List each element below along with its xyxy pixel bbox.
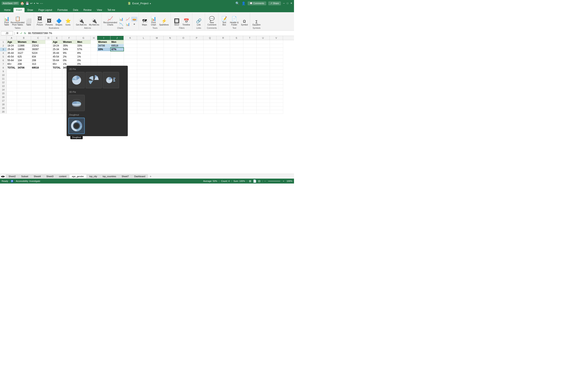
from-picture-btn[interactable]: 🖼 FromPicture — [36, 16, 44, 26]
cell-j1[interactable]: Men — [111, 40, 124, 44]
cell-c8[interactable]: 69518 — [31, 66, 45, 69]
home-icon[interactable]: 🏠 — [20, 1, 24, 5]
undo-dropdown-icon[interactable]: ▾ — [34, 2, 35, 4]
cell-t2[interactable] — [243, 44, 256, 48]
cell-f7[interactable]: 1% — [62, 62, 76, 66]
cell-l3[interactable] — [137, 48, 150, 51]
cell-l6[interactable] — [137, 58, 150, 62]
sheet-next-icon[interactable]: ▶ — [3, 175, 5, 178]
pie-bar-option[interactable] — [103, 72, 119, 88]
cell-p6[interactable] — [190, 58, 203, 62]
col-header-m[interactable]: M — [150, 36, 164, 40]
cell-m6[interactable] — [150, 58, 164, 62]
restore-icon[interactable]: □ — [287, 2, 288, 5]
sheet-tab-dashboard[interactable]: Dashboard — [132, 174, 148, 178]
cell-h7[interactable] — [91, 62, 97, 66]
pie-basic-option[interactable] — [68, 72, 85, 88]
cell-d6[interactable] — [45, 58, 52, 62]
col-header-s[interactable]: S — [230, 36, 243, 40]
col-header-e[interactable]: E — [52, 36, 62, 40]
cell-r5[interactable] — [217, 55, 230, 58]
cell-v8[interactable] — [270, 66, 283, 69]
cell-j5[interactable] — [111, 55, 124, 58]
cell-i6[interactable] — [97, 58, 111, 62]
dropdown-arrow[interactable]: ▾ — [150, 2, 151, 5]
cell-s1[interactable] — [230, 40, 243, 44]
cell-p5[interactable] — [190, 55, 203, 58]
cell-d4[interactable] — [45, 51, 52, 55]
sheet-tab-top-city[interactable]: top_city — [87, 174, 100, 178]
cell-a6[interactable]: 55-64 — [7, 58, 17, 62]
cell-c2[interactable]: 23242 — [31, 44, 45, 48]
cell-d3[interactable] — [45, 48, 52, 51]
tab-draw[interactable]: Draw — [25, 8, 35, 12]
undo-icon[interactable]: ↩ — [30, 2, 33, 5]
cell-p4[interactable] — [190, 51, 203, 55]
cell-u7[interactable] — [256, 62, 270, 66]
cell-i5[interactable] — [97, 55, 111, 58]
cell-c7[interactable]: 313 — [31, 62, 45, 66]
bar-chart-btn[interactable]: 📉 — [118, 22, 124, 26]
cell-j2[interactable]: 69518 — [111, 44, 124, 48]
page-view-icon[interactable]: 📄 — [253, 179, 256, 183]
cell-p3[interactable] — [190, 48, 203, 51]
cell-k3[interactable] — [124, 48, 137, 51]
cell-d1[interactable] — [45, 40, 52, 44]
cell-m7[interactable] — [150, 62, 164, 66]
cell-p1[interactable] — [190, 40, 203, 44]
cell-o7[interactable] — [177, 62, 190, 66]
cell-u6[interactable] — [256, 58, 270, 62]
cell-f5[interactable]: 2% — [62, 55, 76, 58]
col-header-j[interactable]: J — [111, 36, 124, 40]
timeline-btn[interactable]: 📅 Timeline — [182, 18, 191, 26]
cell-k1[interactable] — [124, 40, 137, 44]
zoom-in-icon[interactable]: + — [283, 180, 284, 182]
autosave-label[interactable]: AutoSave OFF — [2, 2, 19, 5]
cell-o1[interactable] — [177, 40, 190, 44]
cell-a5[interactable]: 45-54 — [7, 55, 17, 58]
zoom-level[interactable]: 100% — [287, 180, 292, 182]
cell-n7[interactable] — [164, 62, 177, 66]
cell-r3[interactable] — [217, 48, 230, 51]
cell-q1[interactable] — [203, 40, 217, 44]
cell-i4[interactable] — [97, 51, 111, 55]
cell-e3[interactable]: 25-34 — [52, 48, 62, 51]
get-addins-btn[interactable]: 🔌 Get Add-ins — [75, 18, 87, 26]
cell-b4[interactable]: 3127 — [17, 51, 31, 55]
sparklines-btn[interactable]: ⚡ Sparklines — [158, 18, 170, 26]
new-comment-btn[interactable]: 💬 NewComment — [207, 16, 217, 26]
cell-e4[interactable]: 35-44 — [52, 51, 62, 55]
cell-v4[interactable] — [270, 51, 283, 55]
search-icon[interactable]: 🔍 — [235, 1, 240, 5]
cell-f4[interactable]: 9% — [62, 51, 76, 55]
icons-btn[interactable]: ⭐ Icons — [64, 18, 72, 26]
redo-icon[interactable]: ↪ — [36, 2, 39, 5]
cell-u1[interactable] — [256, 40, 270, 44]
cell-b8[interactable]: 34706 — [17, 66, 31, 69]
cell-i1[interactable]: Women — [97, 40, 111, 44]
cell-l7[interactable] — [137, 62, 150, 66]
cell-g5[interactable]: 1% — [76, 55, 91, 58]
cell-l2[interactable] — [137, 44, 150, 48]
cell-m8[interactable] — [150, 66, 164, 69]
tab-tell-me[interactable]: Tell me — [105, 8, 118, 12]
cell-s7[interactable] — [230, 62, 243, 66]
cell-e8[interactable]: TOTAL — [52, 66, 62, 69]
cell-v2[interactable] — [270, 44, 283, 48]
cell-i3[interactable]: 33% — [97, 48, 111, 51]
cell-f2[interactable]: 35% — [62, 44, 76, 48]
cell-c4[interactable]: 5224 — [31, 51, 45, 55]
cell-h1[interactable] — [91, 40, 97, 44]
cell-n4[interactable] — [164, 51, 177, 55]
cell-c1[interactable]: Men — [31, 40, 45, 44]
tab-page-layout[interactable]: Page Layout — [36, 8, 54, 12]
cell-a1[interactable]: Age — [7, 40, 17, 44]
minimize-icon[interactable]: ─ — [283, 2, 285, 5]
link-btn[interactable]: 🔗 Link — [195, 18, 203, 26]
cell-o2[interactable] — [177, 44, 190, 48]
cell-b6[interactable]: 104 — [17, 58, 31, 62]
cell-s6[interactable] — [230, 58, 243, 62]
area-chart-btn[interactable]: 📊 — [125, 22, 131, 26]
sheet-tab-content[interactable]: content — [56, 174, 69, 178]
cell-c6[interactable]: 208 — [31, 58, 45, 62]
